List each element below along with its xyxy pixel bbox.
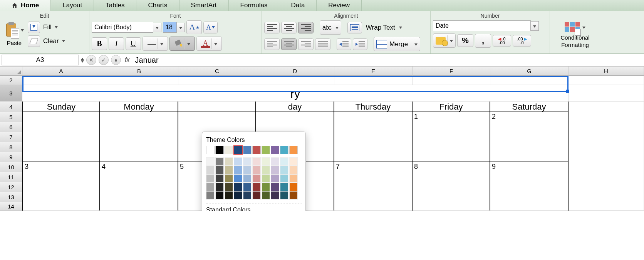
cell[interactable]: 1 — [413, 112, 490, 122]
align-middle-button[interactable] — [281, 22, 297, 33]
tab-data[interactable]: Data — [279, 0, 317, 11]
cell[interactable] — [256, 122, 334, 132]
align-bottom-button[interactable] — [298, 22, 314, 33]
cell[interactable] — [100, 172, 178, 182]
color-swatch[interactable] — [262, 174, 270, 183]
paste-button[interactable]: Paste — [2, 20, 26, 48]
cell[interactable] — [22, 76, 100, 85]
cell[interactable] — [178, 76, 256, 85]
cell[interactable] — [490, 152, 569, 162]
color-swatch[interactable] — [243, 174, 252, 183]
tab-charts[interactable]: Charts — [136, 0, 179, 11]
color-swatch[interactable] — [262, 183, 270, 191]
row-header-12[interactable]: 12 — [0, 182, 22, 192]
color-swatch[interactable] — [215, 166, 224, 174]
cell[interactable] — [490, 132, 569, 142]
cell[interactable] — [569, 85, 644, 102]
merge-button[interactable]: Merge — [374, 37, 420, 51]
color-swatch[interactable] — [243, 146, 252, 154]
cell[interactable] — [569, 142, 644, 152]
row-header-3[interactable]: 3 — [0, 85, 22, 102]
cell[interactable] — [413, 182, 490, 192]
color-swatch[interactable] — [215, 146, 224, 154]
cell[interactable] — [178, 122, 256, 132]
cell[interactable] — [22, 202, 100, 211]
cell[interactable] — [334, 182, 413, 192]
formula-builder-button[interactable]: ● — [111, 55, 121, 65]
increase-indent-button[interactable] — [353, 38, 367, 50]
cell[interactable] — [256, 76, 334, 85]
align-center-button[interactable] — [281, 38, 297, 50]
color-swatch[interactable] — [234, 191, 242, 200]
color-swatch[interactable] — [215, 183, 224, 191]
cell[interactable] — [569, 182, 644, 192]
chevron-down-icon[interactable] — [333, 22, 341, 33]
align-top-button[interactable] — [264, 22, 280, 33]
cell[interactable] — [100, 76, 178, 85]
color-swatch[interactable] — [225, 166, 233, 174]
column-header-H[interactable]: H — [569, 67, 644, 76]
color-swatch[interactable] — [206, 174, 215, 183]
color-swatch[interactable] — [280, 157, 288, 166]
bold-button[interactable]: B — [92, 37, 107, 50]
cell[interactable] — [569, 102, 644, 112]
color-swatch[interactable] — [243, 166, 252, 174]
column-header-E[interactable]: E — [334, 67, 413, 76]
stepper-up-icon[interactable] — [81, 58, 84, 60]
tab-tables[interactable]: Tables — [94, 0, 136, 11]
cell[interactable]: 2 — [490, 112, 569, 122]
color-swatch[interactable] — [280, 183, 288, 191]
color-swatch[interactable] — [289, 157, 298, 166]
cell[interactable] — [334, 76, 413, 85]
row-header-8[interactable]: 8 — [0, 142, 22, 152]
color-swatch[interactable] — [262, 166, 270, 174]
column-header-D[interactable]: D — [256, 67, 334, 76]
chevron-down-icon[interactable] — [447, 35, 455, 46]
merged-month-cell[interactable]: ry — [22, 85, 569, 102]
increase-font-button[interactable]: A — [186, 20, 202, 34]
color-swatch[interactable] — [280, 174, 288, 183]
color-swatch[interactable] — [215, 174, 224, 183]
cell[interactable] — [178, 102, 256, 112]
cell[interactable] — [334, 122, 413, 132]
cell[interactable] — [413, 152, 490, 162]
cell[interactable] — [490, 182, 569, 192]
chevron-down-icon[interactable] — [412, 39, 420, 49]
cell[interactable] — [334, 172, 413, 182]
cell[interactable] — [413, 76, 490, 85]
color-swatch[interactable] — [271, 166, 279, 174]
color-swatch[interactable] — [271, 157, 279, 166]
font-color-button[interactable]: A — [196, 37, 222, 51]
cell[interactable] — [22, 112, 100, 122]
percent-button[interactable]: % — [457, 34, 473, 47]
color-swatch[interactable] — [234, 166, 242, 174]
align-justify-button[interactable] — [315, 38, 330, 50]
row-header-14[interactable]: 14 — [0, 202, 22, 211]
cell[interactable] — [569, 122, 644, 132]
cell[interactable] — [100, 132, 178, 142]
chevron-down-icon[interactable] — [184, 38, 193, 49]
cell[interactable] — [22, 172, 100, 182]
color-swatch[interactable] — [206, 157, 215, 166]
color-swatch[interactable] — [243, 157, 252, 166]
select-all-corner[interactable] — [0, 67, 22, 76]
color-swatch[interactable] — [206, 166, 215, 174]
decrease-indent-button[interactable] — [337, 38, 351, 50]
underline-button[interactable]: U — [126, 37, 141, 50]
font-name-combo[interactable] — [92, 22, 161, 33]
cell[interactable] — [22, 132, 100, 142]
color-swatch[interactable] — [289, 191, 298, 200]
color-swatch[interactable] — [234, 183, 242, 191]
tab-home[interactable]: Home — [0, 0, 51, 11]
color-swatch[interactable] — [252, 183, 261, 191]
italic-button[interactable]: I — [109, 37, 124, 50]
cell[interactable] — [490, 142, 569, 152]
cell[interactable] — [178, 112, 256, 122]
chevron-down-icon[interactable] — [531, 21, 539, 31]
color-swatch[interactable] — [206, 191, 215, 200]
cell[interactable] — [22, 192, 100, 202]
number-format-input[interactable] — [433, 20, 531, 31]
cell[interactable] — [490, 76, 569, 85]
cell[interactable] — [22, 142, 100, 152]
column-header-G[interactable]: G — [490, 67, 569, 76]
